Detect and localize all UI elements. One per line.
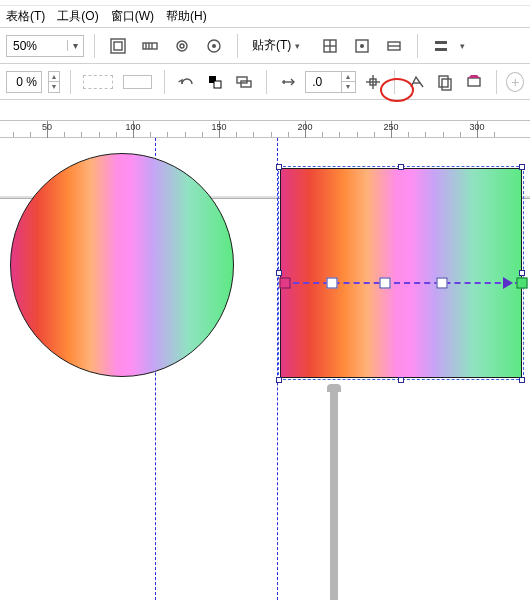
ruler-horizontal[interactable]: 50100150200250300 — [0, 120, 530, 138]
ruler-tick-minor — [81, 132, 82, 137]
gradient-end-handle[interactable] — [517, 278, 528, 289]
selection-handle[interactable] — [276, 377, 282, 383]
svg-rect-30 — [442, 79, 451, 90]
ruler-tick-minor — [253, 132, 254, 137]
chevron-down-icon[interactable]: ▾ — [460, 41, 472, 51]
full-screen-button[interactable] — [105, 33, 131, 59]
zoom-level-combo[interactable]: 50% ▾ — [6, 35, 84, 57]
swap-colors-button[interactable] — [204, 69, 227, 95]
node-percent-spinner[interactable]: ▴ ▾ — [48, 71, 60, 93]
toolbar-main: 50% ▾ 贴齐(T) ▾ ▾ — [0, 28, 530, 64]
ruler-tick-minor — [339, 132, 340, 137]
ruler-tick-minor — [150, 132, 151, 137]
gradient-stop-handle[interactable] — [437, 278, 448, 289]
svg-point-9 — [212, 44, 216, 48]
color-slot-empty-1[interactable] — [83, 75, 113, 89]
ruler-tick-minor — [357, 132, 358, 137]
ruler-tick-label: 200 — [297, 122, 312, 132]
color-slot-empty-2[interactable] — [123, 75, 153, 89]
add-preset-button[interactable]: + — [506, 72, 524, 92]
menu-window[interactable]: 窗口(W) — [111, 8, 154, 25]
separator — [496, 70, 497, 94]
selection-handle[interactable] — [519, 270, 525, 276]
zoom-level-value: 50% — [7, 39, 67, 53]
offset-field[interactable]: .0 ▴ ▾ — [305, 71, 355, 93]
ruler-tick-minor — [425, 132, 426, 137]
separator — [266, 70, 267, 94]
ruler-tick-minor — [30, 132, 31, 137]
separator — [164, 70, 165, 94]
ruler-tick-minor — [116, 132, 117, 137]
ruler-tick-minor — [236, 132, 237, 137]
ruler-tick-minor — [167, 132, 168, 137]
chevron-up-icon[interactable]: ▴ — [48, 72, 59, 82]
menu-help[interactable]: 帮助(H) — [166, 8, 207, 25]
show-guides-button[interactable] — [201, 33, 227, 59]
ruler-tick-minor — [288, 132, 289, 137]
chevron-up-icon[interactable]: ▴ — [341, 72, 355, 82]
ruler-tick-minor — [443, 132, 444, 137]
gradient-stop-handle[interactable] — [380, 278, 391, 289]
node-percent-field[interactable]: 0 % — [6, 71, 42, 93]
snap-options-1[interactable] — [317, 33, 343, 59]
svg-rect-29 — [439, 76, 448, 87]
ruler-tick-label: 50 — [42, 122, 52, 132]
toolbar-property: 0 % ▴ ▾ .0 ▴ ▾ + — [0, 64, 530, 100]
selection-handle[interactable] — [398, 164, 404, 170]
ruler-tick-minor — [460, 132, 461, 137]
canvas-area[interactable] — [0, 138, 530, 600]
ruler-tick-label: 150 — [211, 122, 226, 132]
snap-label: 贴齐(T) — [252, 37, 291, 54]
chevron-down-icon[interactable]: ▾ — [48, 82, 59, 92]
coord-origin-button[interactable] — [276, 69, 299, 95]
selection-handle[interactable] — [519, 164, 525, 170]
chevron-down-icon[interactable]: ▾ — [341, 82, 355, 92]
menu-tools[interactable]: 工具(O) — [57, 8, 98, 25]
svg-rect-22 — [241, 81, 251, 87]
show-grid-button[interactable] — [169, 33, 195, 59]
svg-rect-17 — [435, 41, 447, 44]
selection-handle[interactable] — [276, 270, 282, 276]
show-rulers-button[interactable] — [137, 33, 163, 59]
copy-fill-properties-button[interactable] — [434, 69, 457, 95]
options-button[interactable] — [428, 33, 454, 59]
gradient-stop-handle[interactable] — [327, 278, 338, 289]
selection-handle[interactable] — [519, 377, 525, 383]
rectangle-object[interactable] — [280, 168, 522, 378]
svg-point-6 — [177, 41, 187, 51]
svg-point-14 — [360, 44, 364, 48]
ruler-tick-minor — [322, 132, 323, 137]
selection-handle[interactable] — [276, 164, 282, 170]
offset-spinner[interactable]: ▴ ▾ — [341, 72, 355, 92]
ellipse-object[interactable] — [10, 153, 234, 377]
chevron-down-icon: ▾ — [295, 41, 307, 51]
snap-options-2[interactable] — [349, 33, 375, 59]
svg-point-7 — [180, 44, 184, 48]
svg-rect-1 — [114, 42, 122, 50]
menu-table[interactable]: 表格(T) — [6, 8, 45, 25]
separator — [94, 34, 95, 58]
ruler-tick-minor — [202, 132, 203, 137]
snap-options-3[interactable] — [381, 33, 407, 59]
ruler-tick-minor — [494, 132, 495, 137]
separator — [417, 34, 418, 58]
svg-rect-20 — [214, 81, 221, 88]
lock-offset-button[interactable] — [362, 69, 385, 95]
free-transform-button[interactable] — [405, 69, 428, 95]
separator — [70, 70, 71, 94]
edit-fill-button[interactable] — [463, 69, 486, 95]
ruler-tick-minor — [64, 132, 65, 137]
reverse-fill-button[interactable] — [175, 69, 198, 95]
arrange-button[interactable] — [233, 69, 256, 95]
offset-value: .0 — [306, 75, 340, 89]
selection-handle[interactable] — [398, 377, 404, 383]
guideline-vertical[interactable] — [277, 138, 278, 600]
chevron-down-icon[interactable]: ▾ — [67, 40, 83, 51]
snap-dropdown[interactable]: 贴齐(T) ▾ — [248, 37, 311, 54]
gradient-end-arrow[interactable] — [503, 277, 513, 289]
svg-rect-2 — [143, 43, 157, 49]
percent-suffix: % — [26, 75, 37, 89]
ruler-tick-minor — [13, 132, 14, 137]
gradient-start-handle[interactable] — [280, 278, 291, 289]
gradient-vector[interactable] — [283, 282, 521, 284]
